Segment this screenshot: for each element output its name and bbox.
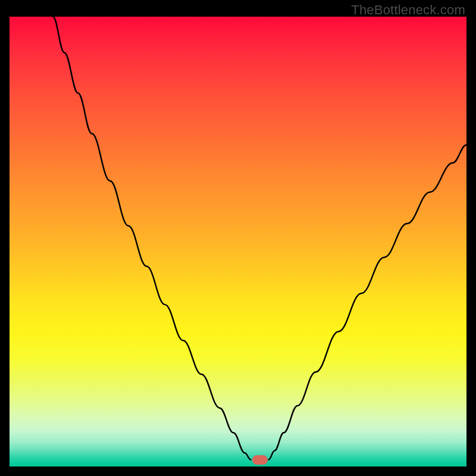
chart-svg (10, 17, 466, 466)
curve-left-branch (53, 17, 251, 460)
chart-frame: TheBottleneck.com (0, 0, 476, 476)
watermark-label: TheBottleneck.com (351, 2, 465, 18)
bottleneck-marker (252, 455, 268, 465)
curve-right-branch (268, 145, 466, 459)
chart-gradient-area (10, 17, 466, 466)
